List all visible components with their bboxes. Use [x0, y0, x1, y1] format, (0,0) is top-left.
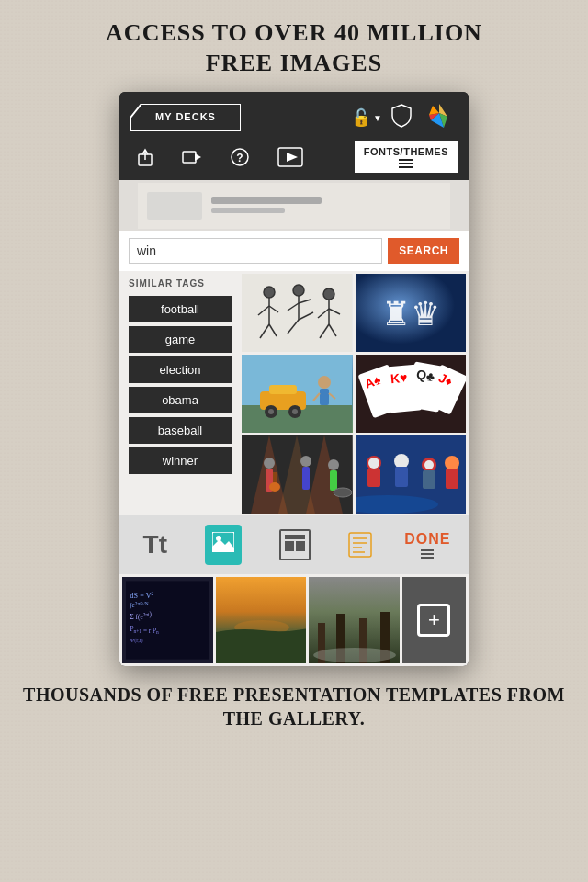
grid-image-5[interactable]	[242, 435, 353, 514]
tag-game[interactable]: game	[129, 326, 232, 353]
svg-point-69	[300, 456, 311, 467]
gallery-item-landscape[interactable]	[216, 577, 307, 663]
svg-rect-93	[349, 533, 371, 557]
svg-text:K♥: K♥	[390, 370, 408, 387]
layout-icon	[279, 529, 311, 560]
fonts-themes-button[interactable]: FONTS/THEMES	[355, 141, 458, 173]
svg-text:dS = V2: dS = V2	[130, 591, 154, 600]
svg-point-83	[445, 456, 459, 470]
bottom-heading: THOUSANDS OF FREE PRESENTATION TEMPLATES…	[0, 666, 588, 740]
svg-point-26	[293, 285, 304, 296]
play-button[interactable]	[272, 143, 309, 171]
bottom-gallery: dS = V2 ∫e2πiλ/N Σ f(e2πi) Pn+1 = r Pn Ψ…	[119, 574, 469, 666]
heading-line1: ACCESS TO OVER 40 MILLION	[106, 19, 482, 46]
layout-button[interactable]	[274, 526, 316, 564]
svg-text:Ψ(r,t): Ψ(r,t)	[130, 637, 143, 644]
math-thumbnail: dS = V2 ∫e2πiλ/N Σ f(e2πi) Pn+1 = r Pn Ψ…	[122, 577, 213, 663]
heading-line2: FREE IMAGES	[206, 50, 382, 76]
image-grid: ♜♛	[239, 271, 469, 514]
search-button-label: SEARCH	[399, 244, 448, 257]
tag-winner[interactable]: winner	[129, 447, 232, 474]
svg-point-45	[268, 409, 274, 414]
svg-marker-14	[287, 153, 298, 162]
share-button[interactable]	[130, 143, 160, 171]
shield-icon[interactable]	[391, 104, 412, 132]
svg-point-71	[328, 459, 339, 470]
svg-point-73	[334, 488, 352, 497]
notes-button[interactable]	[343, 528, 378, 561]
grid-image-2[interactable]: ♜♛	[356, 274, 467, 352]
gallery-item-math[interactable]: dS = V2 ∫e2πiλ/N Σ f(e2πi) Pn+1 = r Pn Ψ…	[122, 577, 213, 663]
svg-rect-84	[446, 469, 458, 489]
svg-rect-92	[296, 541, 305, 551]
tag-election[interactable]: election	[129, 356, 232, 383]
svg-rect-90	[285, 535, 305, 539]
menu-lines-icon	[399, 159, 413, 168]
svg-point-81	[424, 460, 434, 469]
top-bar: MY DECKS 🔓 ▼	[119, 92, 469, 180]
svg-rect-82	[423, 470, 435, 489]
svg-point-32	[323, 288, 334, 300]
fonts-themes-label: FONTS/THEMES	[364, 146, 448, 157]
add-icon: +	[417, 604, 450, 637]
forward-button[interactable]	[176, 144, 208, 170]
svg-rect-79	[395, 467, 408, 487]
svg-point-78	[394, 454, 409, 469]
svg-rect-18	[211, 208, 285, 213]
gallery-item-forest[interactable]	[309, 577, 400, 663]
content-area: SIMILAR TAGS football game election obam…	[119, 271, 469, 514]
top-bar-row1: MY DECKS 🔓 ▼	[130, 101, 458, 134]
svg-rect-17	[211, 197, 322, 204]
top-bar-row2: ? FONTS/THEMES	[130, 141, 458, 173]
notes-icon	[348, 532, 372, 558]
svg-point-68	[269, 482, 280, 492]
svg-rect-72	[330, 470, 337, 491]
svg-rect-49	[320, 389, 329, 405]
svg-rect-43	[269, 385, 297, 394]
tt-label: Tt	[143, 530, 167, 559]
svg-point-65	[264, 458, 275, 469]
search-bar: SEARCH	[119, 231, 469, 271]
svg-rect-9	[183, 152, 196, 163]
svg-rect-91	[285, 541, 294, 551]
lock-icon: 🔓	[351, 107, 371, 128]
svg-text:?: ?	[236, 152, 243, 164]
svg-text:MY DECKS: MY DECKS	[155, 111, 216, 122]
tag-baseball[interactable]: baseball	[129, 417, 232, 444]
svg-rect-77	[368, 469, 380, 487]
similar-tags-label: SIMILAR TAGS	[129, 278, 232, 288]
grid-image-4[interactable]: A♠ K♥ Q♣ J♦	[356, 355, 467, 433]
text-format-button[interactable]: Tt	[138, 526, 173, 563]
done-menu-icon	[421, 549, 434, 559]
grid-image-3[interactable]	[242, 355, 353, 433]
image-insert-button[interactable]	[199, 521, 247, 569]
main-heading: ACCESS TO OVER 40 MILLION FREE IMAGES	[0, 0, 588, 92]
bottom-toolbar: Tt	[119, 514, 469, 574]
phone-frame: MY DECKS 🔓 ▼	[119, 92, 469, 666]
search-input[interactable]	[129, 238, 382, 264]
svg-rect-16	[147, 192, 202, 220]
svg-point-47	[292, 409, 298, 414]
svg-marker-88	[212, 539, 234, 552]
text-format-icon: Tt	[143, 530, 167, 560]
help-button[interactable]: ?	[224, 143, 255, 171]
tag-football[interactable]: football	[129, 296, 232, 322]
search-button[interactable]: SEARCH	[388, 238, 459, 264]
image-icon	[205, 525, 242, 565]
grid-image-6[interactable]	[356, 435, 467, 514]
svg-point-111	[313, 648, 396, 662]
bird-logo	[421, 101, 458, 134]
slide-preview	[119, 180, 469, 231]
top-bar-icons-right: 🔓 ▼	[351, 101, 458, 134]
grid-image-1[interactable]	[242, 274, 353, 352]
done-button[interactable]: DONE	[404, 531, 450, 559]
sidebar: SIMILAR TAGS football game election obam…	[119, 271, 239, 514]
done-label: DONE	[404, 531, 450, 548]
gallery-add-button[interactable]: +	[402, 577, 466, 663]
my-decks-button[interactable]: MY DECKS	[130, 104, 241, 131]
svg-point-48	[318, 376, 331, 389]
svg-rect-70	[302, 467, 310, 490]
svg-point-76	[368, 458, 379, 469]
lock-group[interactable]: 🔓 ▼	[351, 107, 382, 128]
tag-obama[interactable]: obama	[129, 387, 232, 413]
